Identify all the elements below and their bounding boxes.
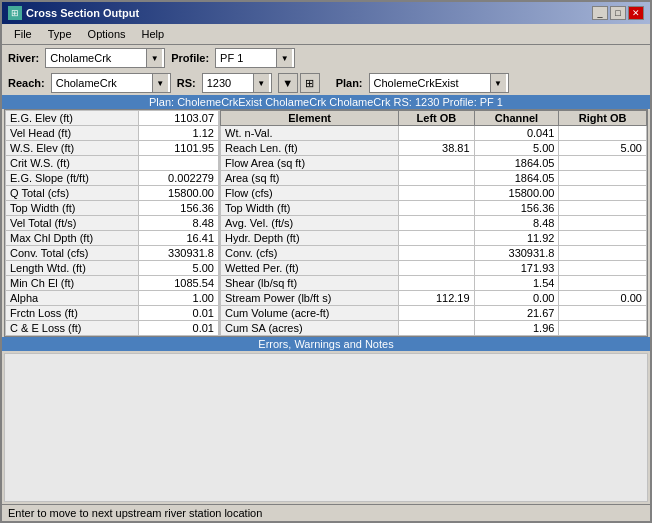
right-channel-13: 1.96 (474, 321, 559, 336)
right-channel-6: 8.48 (474, 216, 559, 231)
title-bar: ⊞ Cross Section Output _ □ ✕ (2, 2, 650, 24)
left-label-7: Vel Total (ft/s) (6, 216, 139, 231)
right-element-8: Conv. (cfs) (221, 246, 399, 261)
window-title: Cross Section Output (26, 7, 139, 19)
right-element-5: Top Width (ft) (221, 201, 399, 216)
right-leftob-7 (399, 231, 474, 246)
right-channel-9: 171.93 (474, 261, 559, 276)
plan-combo-arrow[interactable]: ▼ (490, 74, 506, 92)
left-label-10: Length Wtd. (ft) (6, 261, 139, 276)
right-rightob-9 (559, 261, 647, 276)
tables-section: E.G. Elev (ft)1103.07Vel Head (ft)1.12W.… (4, 109, 648, 337)
right-rightob-1: 5.00 (559, 141, 647, 156)
plan-combo[interactable]: CholemeCrkExist ▼ (369, 73, 509, 93)
right-leftob-13 (399, 321, 474, 336)
river-label: River: (8, 52, 39, 64)
menu-help[interactable]: Help (134, 26, 173, 42)
rs-combo-arrow[interactable]: ▼ (253, 74, 269, 92)
right-element-6: Avg. Vel. (ft/s) (221, 216, 399, 231)
close-button[interactable]: ✕ (628, 6, 644, 20)
minimize-button[interactable]: _ (592, 6, 608, 20)
left-table: E.G. Elev (ft)1103.07Vel Head (ft)1.12W.… (5, 110, 219, 336)
left-value-8: 16.41 (139, 231, 219, 246)
menu-file[interactable]: File (6, 26, 40, 42)
right-leftob-3 (399, 171, 474, 186)
reach-combo[interactable]: CholameCrk ▼ (51, 73, 171, 93)
right-element-11: Stream Power (lb/ft s) (221, 291, 399, 306)
left-value-6: 156.36 (139, 201, 219, 216)
right-element-0: Wt. n-Val. (221, 126, 399, 141)
left-value-3 (139, 156, 219, 171)
right-leftob-11: 112.19 (399, 291, 474, 306)
nav-buttons: ▼ ⊞ (278, 73, 320, 93)
right-leftob-4 (399, 186, 474, 201)
info-bar: Plan: CholemeCrkExist CholameCrk Cholame… (2, 95, 650, 109)
title-controls: _ □ ✕ (592, 6, 644, 20)
right-leftob-12 (399, 306, 474, 321)
right-channel-4: 15800.00 (474, 186, 559, 201)
rs-combo[interactable]: 1230 ▼ (202, 73, 272, 93)
right-leftob-10 (399, 276, 474, 291)
col-leftob: Left OB (399, 111, 474, 126)
left-label-1: Vel Head (ft) (6, 126, 139, 141)
left-label-8: Max Chl Dpth (ft) (6, 231, 139, 246)
left-label-11: Min Ch El (ft) (6, 276, 139, 291)
river-combo[interactable]: CholameCrk ▼ (45, 48, 165, 68)
left-value-7: 8.48 (139, 216, 219, 231)
left-label-12: Alpha (6, 291, 139, 306)
left-value-1: 1.12 (139, 126, 219, 141)
left-value-14: 0.01 (139, 321, 219, 336)
left-label-5: Q Total (cfs) (6, 186, 139, 201)
app-icon: ⊞ (8, 6, 22, 20)
col-channel: Channel (474, 111, 559, 126)
errors-bar: Errors, Warnings and Notes (2, 337, 650, 351)
right-element-1: Reach Len. (ft) (221, 141, 399, 156)
right-leftob-8 (399, 246, 474, 261)
left-label-13: Frctn Loss (ft) (6, 306, 139, 321)
plan-label: Plan: (336, 77, 363, 89)
right-channel-12: 21.67 (474, 306, 559, 321)
nav-grid-button[interactable]: ⊞ (300, 73, 320, 93)
right-leftob-9 (399, 261, 474, 276)
right-rightob-11: 0.00 (559, 291, 647, 306)
chart-area (4, 353, 648, 502)
toolbar-row2: Reach: CholameCrk ▼ RS: 1230 ▼ ▼ ⊞ Plan:… (2, 71, 650, 95)
left-label-9: Conv. Total (cfs) (6, 246, 139, 261)
col-rightob: Right OB (559, 111, 647, 126)
main-window: ⊞ Cross Section Output _ □ ✕ File Type O… (0, 0, 652, 523)
profile-combo[interactable]: PF 1 ▼ (215, 48, 295, 68)
profile-label: Profile: (171, 52, 209, 64)
right-rightob-10 (559, 276, 647, 291)
right-rightob-12 (559, 306, 647, 321)
menu-type[interactable]: Type (40, 26, 80, 42)
left-label-14: C & E Loss (ft) (6, 321, 139, 336)
right-channel-2: 1864.05 (474, 156, 559, 171)
profile-combo-arrow[interactable]: ▼ (276, 49, 292, 67)
right-element-10: Shear (lb/sq ft) (221, 276, 399, 291)
left-value-10: 5.00 (139, 261, 219, 276)
right-leftob-2 (399, 156, 474, 171)
river-combo-arrow[interactable]: ▼ (146, 49, 162, 67)
right-channel-10: 1.54 (474, 276, 559, 291)
right-leftob-5 (399, 201, 474, 216)
right-leftob-1: 38.81 (399, 141, 474, 156)
menu-bar: File Type Options Help (2, 24, 650, 45)
rs-label: RS: (177, 77, 196, 89)
left-label-2: W.S. Elev (ft) (6, 141, 139, 156)
right-rightob-13 (559, 321, 647, 336)
reach-combo-arrow[interactable]: ▼ (152, 74, 168, 92)
right-channel-3: 1864.05 (474, 171, 559, 186)
toolbar-row1: River: CholameCrk ▼ Profile: PF 1 ▼ (2, 45, 650, 71)
left-label-4: E.G. Slope (ft/ft) (6, 171, 139, 186)
left-value-9: 330931.8 (139, 246, 219, 261)
nav-down-button[interactable]: ▼ (278, 73, 298, 93)
right-channel-11: 0.00 (474, 291, 559, 306)
left-value-12: 1.00 (139, 291, 219, 306)
menu-options[interactable]: Options (80, 26, 134, 42)
maximize-button[interactable]: □ (610, 6, 626, 20)
left-value-2: 1101.95 (139, 141, 219, 156)
right-rightob-7 (559, 231, 647, 246)
right-channel-5: 156.36 (474, 201, 559, 216)
right-rightob-6 (559, 216, 647, 231)
left-value-11: 1085.54 (139, 276, 219, 291)
